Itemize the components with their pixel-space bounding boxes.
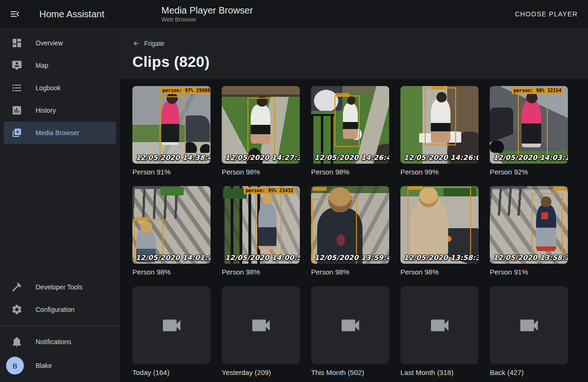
clip-thumbnail: 12/05/2020 13:58:30 — [400, 186, 479, 264]
detection-box — [255, 192, 282, 255]
clip-thumbnail: 12/05/2020 13:58:17 — [490, 186, 568, 264]
clip-item[interactable]: 12/05/2020 13:59:49 Person 98% — [311, 186, 389, 276]
scene-prop — [490, 108, 513, 152]
clip-thumbnail: person: 97% 29988 12/05/2020 14:38:47 — [132, 86, 211, 164]
sidebar-item-overview[interactable]: Overview — [4, 32, 116, 54]
sidebar-item-configuration[interactable]: Configuration — [4, 298, 116, 321]
folder-item-last-month[interactable]: Last Month (318) — [400, 286, 479, 376]
clip-label: Person 92% — [490, 168, 568, 176]
folder-item-today[interactable]: Today (164) — [132, 286, 211, 376]
avatar: B — [6, 357, 24, 375]
bell-icon — [11, 336, 22, 347]
clip-thumbnail: 12/05/2020 13:59:49 — [311, 186, 389, 264]
clip-item[interactable]: person: 95% 23432 12/05/2020 14:00:52 Pe… — [222, 186, 300, 276]
detection-tag-small — [553, 187, 567, 191]
detection-box — [531, 193, 563, 259]
sidebar-item-notifications[interactable]: Notifications — [4, 331, 116, 353]
dashboard-icon — [11, 37, 22, 49]
clip-thumbnail: 12/05/2020 14:01:14 — [132, 186, 211, 264]
sidebar-item-developer-tools[interactable]: Developer Tools — [4, 276, 116, 298]
sidebar-item-label: Overview — [36, 39, 63, 47]
clip-item[interactable]: person: 96% 32154 12/05/2020 14:03:17 Pe… — [490, 86, 568, 176]
detection-box — [407, 187, 471, 259]
folder-label: This Month (502) — [311, 368, 389, 376]
list-icon — [11, 82, 22, 94]
video-camera-icon — [517, 314, 541, 337]
clip-thumbnail: 12/05/2020 14:27:35 — [222, 86, 300, 164]
gear-icon — [11, 304, 22, 315]
clip-label: Person 98% — [222, 268, 300, 276]
content-header: Frigate Clips (820) — [120, 28, 588, 79]
clip-item[interactable]: 12/05/2020 14:27:35 Person 98% — [222, 86, 300, 176]
clip-thumbnail: 12/05/2020 14:26:46 — [311, 86, 389, 164]
folder-thumbnail — [490, 286, 568, 364]
sidebar-item-label: Configuration — [36, 306, 74, 313]
clip-item[interactable]: 12/05/2020 13:58:17 Person 91% — [490, 186, 568, 276]
clip-label: Person 98% — [311, 268, 389, 276]
detection-box — [247, 98, 275, 158]
sidebar-item-media-browser[interactable]: Media Browser — [4, 122, 116, 144]
map-person-icon — [11, 60, 22, 71]
clips-grid: person: 97% 29988 12/05/2020 14:38:47 Pe… — [120, 79, 588, 376]
clip-timestamp: 12/05/2020 14:27:35 — [225, 154, 300, 161]
breadcrumb-frigate[interactable]: Frigate — [132, 40, 165, 47]
folder-item-this-month[interactable]: This Month (502) — [311, 286, 389, 376]
sidebar-item-label: History — [36, 107, 56, 114]
detection-box — [160, 96, 186, 159]
clip-item[interactable]: person: 97% 29988 12/05/2020 14:38:47 Pe… — [132, 86, 211, 176]
detection-box — [518, 92, 548, 158]
sidebar-item-user[interactable]: B Blake — [4, 353, 116, 378]
clip-label: Person 98% — [400, 268, 479, 276]
sidebar-item-history[interactable]: History — [4, 99, 116, 122]
menu-open-icon — [9, 8, 21, 20]
clip-item[interactable]: 12/05/2020 14:26:07 Person 99% — [400, 86, 479, 176]
page-title: Clips (820) — [132, 53, 588, 71]
scene-prop — [185, 115, 210, 153]
sidebar-item-label: Media Browser — [36, 129, 79, 137]
clip-label: Person 91% — [490, 268, 568, 276]
top-app-bar: Home Assistant Media Player Browser Web … — [0, 0, 588, 28]
clip-label: Person 98% — [222, 168, 300, 176]
folder-item-yesterday[interactable]: Yesterday (209) — [222, 286, 300, 376]
clip-item[interactable]: 12/05/2020 14:26:46 Person 98% — [311, 86, 389, 176]
detection-tag-small — [335, 93, 349, 97]
clip-thumbnail: person: 96% 32154 12/05/2020 14:03:17 — [490, 86, 568, 164]
clip-item[interactable]: 12/05/2020 14:01:14 Person 98% — [132, 186, 211, 276]
clip-timestamp: 12/05/2020 13:59:49 — [314, 254, 389, 261]
clip-thumbnail: person: 95% 23432 12/05/2020 14:00:52 — [222, 186, 300, 264]
sidebar-divider — [0, 325, 120, 326]
video-camera-icon — [428, 314, 451, 337]
detection-box — [334, 95, 360, 147]
sidebar-item-logbook[interactable]: Logbook — [4, 77, 116, 99]
hammer-icon — [11, 281, 22, 293]
folder-thumbnail — [132, 286, 211, 364]
sidebar-spacer — [0, 144, 120, 276]
sidebar-item-map[interactable]: Map — [4, 54, 116, 77]
detection-tag-small — [312, 187, 327, 191]
clip-timestamp: 12/05/2020 14:26:07 — [404, 154, 479, 161]
detection-tag-small — [135, 217, 149, 221]
folder-label: Yesterday (209) — [222, 368, 300, 376]
sidebar-toggle-button[interactable] — [9, 8, 21, 20]
page-heading: Media Player Browser Web Browser — [161, 6, 253, 23]
video-camera-icon — [339, 314, 362, 337]
clip-label: Person 98% — [311, 168, 389, 176]
detection-tag-small — [432, 86, 446, 90]
choose-player-button[interactable]: CHOOSE PLAYER — [512, 10, 581, 18]
detection-tag: person: 97% 29988 — [160, 87, 211, 94]
clip-label: Person 91% — [132, 168, 211, 176]
folder-label: Today (164) — [132, 368, 211, 376]
clip-item[interactable]: 12/05/2020 13:58:30 Person 98% — [400, 186, 479, 276]
clip-thumbnail: 12/05/2020 14:26:07 — [400, 86, 479, 164]
sidebar-item-label: Developer Tools — [36, 283, 82, 291]
page-heading-subtitle: Web Browser — [161, 17, 253, 23]
clip-timestamp: 12/05/2020 14:26:46 — [314, 154, 389, 161]
page-heading-title: Media Player Browser — [161, 6, 253, 15]
back-arrow-icon — [132, 40, 140, 47]
sidebar-header: Home Assistant — [0, 8, 120, 20]
folder-item-back[interactable]: Back (427) — [490, 286, 568, 376]
folder-thumbnail — [311, 286, 389, 364]
video-camera-icon — [160, 314, 183, 337]
sidebar-item-label: Logbook — [36, 84, 61, 92]
chart-box-icon — [11, 105, 22, 116]
